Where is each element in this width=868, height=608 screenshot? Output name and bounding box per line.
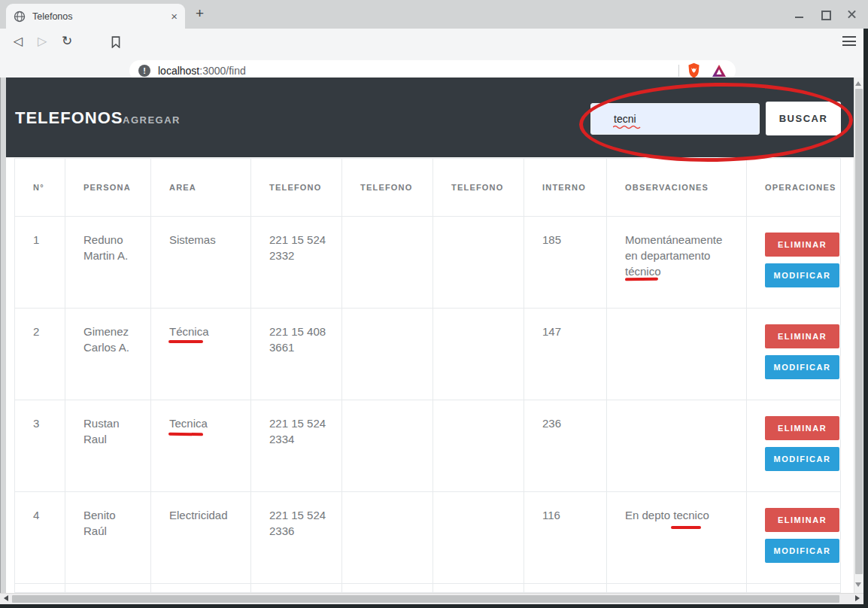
col-header-operaciones: OPERACIONES bbox=[747, 159, 841, 217]
cell-interno: 236 bbox=[524, 400, 607, 492]
cell-interno: 185 bbox=[524, 217, 607, 309]
forward-icon[interactable]: ▷ bbox=[38, 34, 47, 48]
search-input[interactable] bbox=[590, 103, 760, 135]
app-navbar: TELEFONOS AGREGAR BUSCAR bbox=[6, 78, 854, 157]
table-row: 4 Benito Raúl Electricidad 221 15 524 23… bbox=[15, 492, 841, 584]
cell-observaciones bbox=[607, 309, 747, 400]
divider bbox=[678, 65, 679, 77]
col-header-telefono3: TELEFONO bbox=[433, 159, 524, 217]
modificar-button[interactable]: MODIFICAR bbox=[765, 447, 839, 471]
browser-tab[interactable]: Telefonos × bbox=[6, 4, 185, 29]
vertical-scrollbar-thumb[interactable] bbox=[855, 89, 863, 574]
cell-persona: Rustan Raul bbox=[65, 400, 151, 492]
cell-n: 2 bbox=[15, 309, 65, 400]
scroll-left-icon[interactable] bbox=[4, 595, 8, 601]
table-row: 1 Reduno Martin A. Sistemas 221 15 524 2… bbox=[15, 217, 841, 309]
col-header-telefono2: TELEFONO bbox=[342, 159, 433, 217]
cell-interno: 147 bbox=[524, 309, 607, 400]
url-path: :3000/find bbox=[199, 65, 246, 77]
cell-persona: Benito Raúl bbox=[65, 492, 151, 584]
obs-text: En depto tecnico bbox=[625, 509, 709, 521]
cell-n: 3 bbox=[15, 400, 65, 492]
bookmark-icon[interactable] bbox=[111, 36, 121, 48]
col-header-n: N° bbox=[15, 159, 65, 217]
cell-telefono1: 221 15 524 2336 bbox=[251, 492, 342, 584]
reload-icon[interactable]: ↻ bbox=[62, 33, 72, 49]
scroll-up-icon[interactable] bbox=[855, 81, 861, 86]
col-header-area: AREA bbox=[151, 159, 251, 217]
globe-icon bbox=[14, 11, 26, 23]
eliminar-button[interactable]: ELIMINAR bbox=[765, 324, 839, 348]
cell-operaciones: ELIMINAR MODIFICAR bbox=[747, 217, 841, 309]
window-maximize-icon[interactable] bbox=[820, 9, 831, 20]
table-row: 3 Rustan Raul Tecnica 221 15 524 2334 23… bbox=[15, 400, 841, 492]
cell-operaciones: ELIMINAR MODIFICAR bbox=[747, 309, 841, 400]
cell-persona: Gimenez Carlos A. bbox=[65, 309, 151, 400]
spellcheck-squiggle bbox=[613, 125, 641, 129]
window-controls bbox=[794, 0, 857, 29]
cell-observaciones bbox=[607, 400, 747, 492]
cell-telefono1: 221 15 524 2334 bbox=[251, 400, 342, 492]
col-header-interno: INTERNO bbox=[524, 159, 607, 217]
cell-operaciones: ELIMINAR MODIFICAR bbox=[747, 400, 841, 492]
menu-icon[interactable] bbox=[842, 36, 856, 46]
cell-telefono2 bbox=[342, 309, 433, 400]
cell-n: 4 bbox=[15, 492, 65, 584]
cell-telefono2 bbox=[342, 400, 433, 492]
cell-telefono3 bbox=[433, 309, 524, 400]
phones-table: N° PERSONA AREA TELEFONO TELEFONO TELEFO… bbox=[14, 158, 841, 593]
cell-observaciones: En depto tecnico bbox=[607, 492, 747, 584]
window-close-icon[interactable] bbox=[846, 9, 857, 20]
window-right-edge bbox=[863, 29, 868, 608]
tab-title: Telefonos bbox=[32, 11, 171, 22]
app-brand[interactable]: TELEFONOS bbox=[15, 108, 123, 128]
eliminar-button[interactable]: ELIMINAR bbox=[765, 508, 839, 532]
back-icon[interactable]: ◁ bbox=[14, 34, 23, 48]
cell-operaciones: ELIMINAR MODIFICAR bbox=[747, 492, 841, 584]
bat-rewards-icon[interactable] bbox=[712, 64, 727, 78]
col-header-observaciones: OBSERVACIONES bbox=[607, 159, 747, 217]
col-header-persona: PERSONA bbox=[65, 159, 151, 217]
nav-link-agregar[interactable]: AGREGAR bbox=[123, 114, 181, 126]
cell-telefono2 bbox=[342, 492, 433, 584]
tab-close-icon[interactable]: × bbox=[171, 11, 178, 22]
col-header-telefono1: TELEFONO bbox=[251, 159, 342, 217]
window-left-edge bbox=[0, 78, 6, 593]
cell-telefono1: 221 15 524 2332 bbox=[251, 217, 342, 309]
area-text: Tecnica bbox=[169, 417, 208, 430]
url-host: localhost bbox=[158, 65, 199, 77]
scroll-right-icon[interactable] bbox=[855, 595, 860, 601]
modificar-button[interactable]: MODIFICAR bbox=[765, 539, 839, 563]
cell-interno: 116 bbox=[524, 492, 607, 584]
horizontal-scrollbar-thumb[interactable] bbox=[12, 595, 839, 603]
scroll-down-icon[interactable] bbox=[855, 582, 861, 587]
area-text: Técnica bbox=[169, 325, 209, 338]
table-header-row: N° PERSONA AREA TELEFONO TELEFONO TELEFO… bbox=[15, 159, 841, 217]
new-tab-button[interactable]: + bbox=[196, 6, 204, 20]
window-minimize-icon[interactable] bbox=[794, 9, 805, 20]
cell-telefono2 bbox=[342, 217, 433, 309]
cell-telefono3 bbox=[433, 217, 524, 309]
red-underline-annotation bbox=[168, 433, 203, 436]
cell-area: Sistemas bbox=[151, 217, 251, 309]
site-info-icon[interactable]: ! bbox=[138, 65, 150, 77]
red-underline-annotation bbox=[625, 278, 658, 281]
cell-telefono3 bbox=[433, 492, 524, 584]
table-row: 2 Gimenez Carlos A. Técnica 221 15 408 3… bbox=[15, 309, 841, 400]
modificar-button[interactable]: MODIFICAR bbox=[765, 263, 839, 287]
phones-table-wrap: N° PERSONA AREA TELEFONO TELEFONO TELEFO… bbox=[14, 158, 840, 593]
cell-n: 1 bbox=[15, 217, 65, 309]
red-underline-annotation bbox=[671, 526, 701, 529]
eliminar-button[interactable]: ELIMINAR bbox=[765, 416, 839, 440]
brave-shield-icon[interactable] bbox=[687, 62, 701, 79]
modificar-button[interactable]: MODIFICAR bbox=[765, 355, 839, 379]
buscar-button[interactable]: BUSCAR bbox=[766, 102, 841, 135]
cell-observaciones: Momentáneamente en departamento técnico bbox=[607, 217, 747, 309]
obs-text: Momentáneamente en departamento técnico bbox=[625, 233, 722, 278]
eliminar-button[interactable]: ELIMINAR bbox=[765, 233, 839, 257]
cell-area: Electricidad bbox=[151, 492, 251, 584]
browser-titlebar: Telefonos × + bbox=[0, 0, 868, 29]
browser-toolbar: ◁ ▷ ↻ ! localhost :3000/find bbox=[0, 29, 868, 56]
cell-persona: Reduno Martin A. bbox=[65, 217, 151, 309]
window-bottom-edge bbox=[0, 604, 868, 608]
